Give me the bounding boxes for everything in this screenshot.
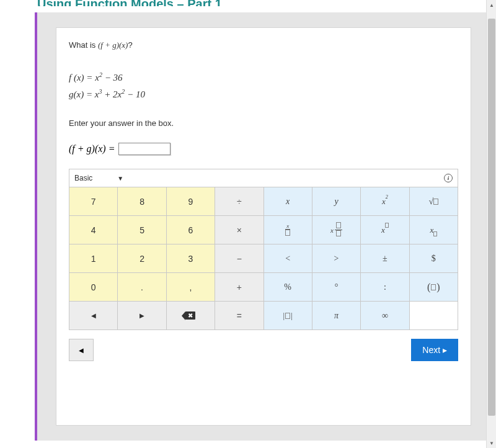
key-4[interactable]: 4 bbox=[69, 216, 118, 244]
mode-dropdown[interactable]: Basic ▼ bbox=[74, 174, 123, 182]
key-equals[interactable]: = bbox=[215, 302, 264, 330]
key-subscript[interactable]: x bbox=[410, 216, 458, 244]
key-6[interactable]: 6 bbox=[167, 216, 215, 244]
key-dollar[interactable]: $ bbox=[410, 244, 458, 273]
content-wrap: What is (f + g)(x)? f (x) = x2 − 36 g(x)… bbox=[35, 12, 490, 441]
key-plus-minus[interactable]: ± bbox=[361, 244, 409, 273]
prev-button[interactable]: ◀ bbox=[69, 339, 94, 361]
keypad-toolbar: Basic ▼ i bbox=[69, 169, 458, 187]
key-multiply[interactable]: × bbox=[215, 216, 264, 244]
fx-expression: f (x) = x2 − 36 bbox=[69, 71, 458, 83]
nav-controls: ◀ Next ▸ bbox=[69, 339, 458, 361]
next-button[interactable]: Next ▸ bbox=[411, 339, 458, 361]
key-cursor-right[interactable]: ▶ bbox=[118, 302, 166, 330]
answer-row: (f + g)(x) = bbox=[69, 143, 458, 155]
scroll-up-icon[interactable]: ▲ bbox=[487, 0, 496, 10]
key-plus[interactable]: + bbox=[215, 273, 264, 302]
key-mixed-fraction[interactable]: x bbox=[312, 216, 361, 244]
key-colon[interactable]: : bbox=[361, 273, 409, 302]
key-percent[interactable]: % bbox=[264, 273, 312, 302]
key-parentheses[interactable]: () bbox=[410, 273, 458, 302]
gray-panel: What is (f + g)(x)? f (x) = x2 − 36 g(x)… bbox=[37, 12, 490, 441]
question-card: What is (f + g)(x)? f (x) = x2 − 36 g(x)… bbox=[56, 27, 471, 426]
page-title: Using Function Models – Part 1 bbox=[0, 0, 496, 6]
keypad: 7 8 9 ÷ x y x2 √ 4 5 6 × x x x x 1 2 3 bbox=[69, 187, 458, 330]
key-divide[interactable]: ÷ bbox=[215, 187, 264, 216]
key-x[interactable]: x bbox=[264, 187, 312, 216]
info-icon[interactable]: i bbox=[444, 174, 453, 182]
key-1[interactable]: 1 bbox=[69, 244, 118, 273]
dropdown-label: Basic bbox=[74, 174, 92, 182]
key-backspace[interactable]: ✖ bbox=[167, 302, 215, 330]
scrollbar[interactable]: ▲ ▼ bbox=[486, 0, 496, 448]
key-3[interactable]: 3 bbox=[167, 244, 215, 273]
key-blank bbox=[410, 302, 458, 330]
answer-lhs: (f + g)(x) = bbox=[69, 143, 115, 155]
key-0[interactable]: 0 bbox=[69, 273, 118, 302]
scroll-down-icon[interactable]: ▼ bbox=[487, 438, 496, 448]
key-7[interactable]: 7 bbox=[69, 187, 118, 216]
instruction-text: Enter your answer in the box. bbox=[69, 119, 458, 128]
key-9[interactable]: 9 bbox=[167, 187, 215, 216]
answer-input[interactable] bbox=[118, 143, 170, 155]
key-fraction[interactable]: x bbox=[264, 216, 312, 244]
gx-expression: g(x) = x3 + 2x2 − 10 bbox=[69, 88, 458, 100]
key-2[interactable]: 2 bbox=[118, 244, 166, 273]
question-text: What is (f + g)(x)? bbox=[69, 40, 458, 50]
key-5[interactable]: 5 bbox=[118, 216, 166, 244]
key-8[interactable]: 8 bbox=[118, 187, 166, 216]
key-cursor-left[interactable]: ◀ bbox=[69, 302, 118, 330]
key-comma[interactable]: , bbox=[167, 273, 215, 302]
chevron-down-icon: ▼ bbox=[117, 175, 123, 182]
key-minus[interactable]: − bbox=[215, 244, 264, 273]
key-greater-than[interactable]: > bbox=[312, 244, 361, 273]
key-sqrt[interactable]: √ bbox=[410, 187, 458, 216]
key-y[interactable]: y bbox=[312, 187, 361, 216]
scroll-thumb[interactable] bbox=[488, 19, 495, 416]
key-exponent[interactable]: x bbox=[361, 216, 409, 244]
key-x-squared[interactable]: x2 bbox=[361, 187, 409, 216]
key-absolute[interactable]: || bbox=[264, 302, 312, 330]
key-less-than[interactable]: < bbox=[264, 244, 312, 273]
key-degree[interactable]: ° bbox=[312, 273, 361, 302]
key-pi[interactable]: π bbox=[312, 302, 361, 330]
key-infinity[interactable]: ∞ bbox=[361, 302, 409, 330]
key-decimal[interactable]: . bbox=[118, 273, 166, 302]
